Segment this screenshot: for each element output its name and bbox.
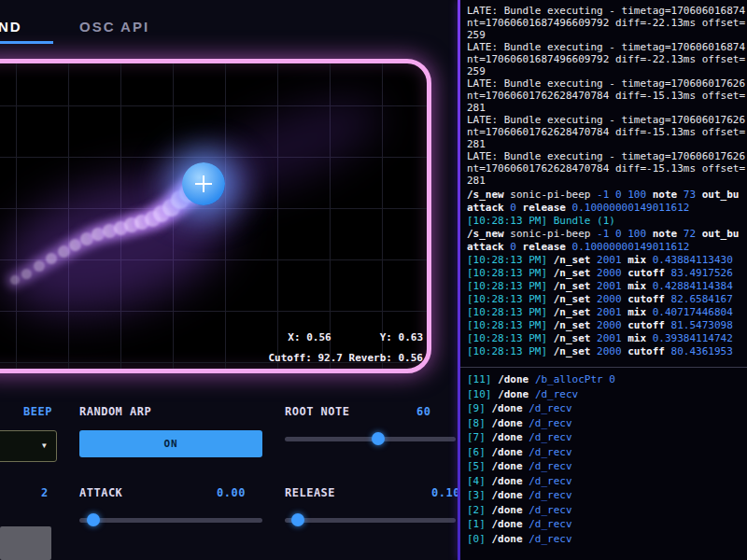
synth-dropdown[interactable]: ▾ [0, 430, 57, 462]
root-note-label: ROOT NOTE [285, 405, 350, 418]
log-line: [7] /done /d_recv [467, 430, 747, 445]
tab-sound[interactable]: ND [0, 19, 22, 35]
log-line: nt=17060601687496609792 diff=-22.13ms of… [467, 53, 747, 65]
log-section-divider [460, 367, 747, 368]
log-line: [3] /done /d_recv [467, 488, 747, 503]
release-slider[interactable] [285, 513, 456, 526]
attack-value: 0.00 [217, 486, 246, 499]
log-panel[interactable]: LATE: Bundle executing - timetag=1706060… [460, 0, 747, 560]
log-line: [10:28:13 PM] /n_set 2001 mix 0.40717446… [467, 306, 747, 319]
log-line: nt=17060601762628470784 diff=-15.13ms of… [467, 90, 747, 102]
slider-track[interactable] [285, 518, 456, 523]
log-line: [1] /done /d_recv [467, 517, 747, 532]
trail-blob [46, 253, 57, 264]
log-line: [11] /done /b_allocPtr 0 [467, 372, 747, 387]
trail-blob [21, 269, 32, 279]
slider-track[interactable] [285, 437, 456, 441]
synth-label: BEEP [23, 405, 52, 418]
pad-readout: X: 0.56 Y: 0.63 Cutoff: 92.7 Reverb: 0.5… [268, 331, 423, 364]
release-value: 0.10 [431, 486, 458, 499]
xy-grid [0, 63, 427, 369]
log-line: LATE: Bundle executing - timetag=1706060… [467, 150, 747, 162]
attack-slider[interactable] [79, 513, 262, 526]
pad-y-value: Y: 0.63 [380, 331, 423, 343]
trail-blob [10, 275, 20, 285]
random-arp-label: RANDOM ARP [79, 405, 151, 418]
tab-osc-api[interactable]: OSC API [79, 19, 149, 35]
log-line: [10:28:13 PM] /n_set 2000 cutoff 83.4917… [467, 267, 747, 280]
log-line: LATE: Bundle executing - timetag=1706060… [467, 41, 747, 53]
log-line: nt=17060601762628470784 diff=-15.13ms of… [467, 126, 747, 138]
chevron-down-icon: ▾ [41, 439, 48, 452]
log-line: 259 [467, 29, 747, 41]
log-line: [10] /done /d_recv [467, 387, 747, 402]
log-line: [2] /done /d_recv [467, 503, 747, 518]
log-line: [10:28:13 PM] /n_set 2001 mix 0.43884113… [467, 254, 747, 267]
slider-thumb[interactable] [87, 513, 100, 526]
root-note-slider[interactable] [285, 432, 456, 445]
log-line: [10:28:13 PM] /n_set 2000 cutoff 82.6584… [467, 293, 747, 306]
log-line: [10:28:13 PM] /n_set 2000 cutoff 81.5473… [467, 319, 747, 332]
log-line: LATE: Bundle executing - timetag=1706060… [467, 114, 747, 126]
slider-thumb[interactable] [291, 513, 304, 526]
log-line: /s_new sonic-pi-beep -1 0 100 note 72 ou… [467, 228, 747, 241]
log-line: LATE: Bundle executing - timetag=1706060… [467, 5, 747, 17]
log-line: [5] /done /d_recv [467, 459, 747, 474]
log-line: [10:28:13 PM] /n_set 2001 mix 0.39384114… [467, 332, 747, 345]
log-line: [9] /done /d_recv [467, 401, 747, 416]
log-line: 281 [467, 138, 747, 150]
log-late-section: LATE: Bundle executing - timetag=1706060… [467, 5, 747, 187]
log-done-section: [11] /done /b_allocPtr 0[10] /done /d_re… [467, 372, 747, 546]
pad-x-value: X: 0.56 [288, 331, 331, 343]
trail-blob [58, 245, 70, 258]
tab-active-underline [0, 41, 53, 44]
crosshair-icon [203, 175, 204, 192]
attack-label: ATTACK [79, 486, 122, 499]
release-label: RELEASE [285, 486, 335, 499]
slider-thumb[interactable] [372, 432, 385, 445]
left-cropped-value: 2 [41, 486, 49, 499]
log-line: [4] /done /d_recv [467, 474, 747, 489]
log-line: /s_new sonic-pi-beep -1 0 100 note 73 ou… [467, 189, 747, 202]
log-line: attack 0 release 0.10000000149011612 [467, 241, 747, 254]
log-line: nt=17060601687496609792 diff=-22.13ms of… [467, 17, 747, 29]
slider-track[interactable] [79, 518, 262, 523]
log-line: [10:28:13 PM] /n_set 2000 cutoff 80.4361… [467, 345, 747, 358]
log-line: attack 0 release 0.10000000149011612 [467, 202, 747, 215]
cropped-button[interactable] [0, 526, 51, 560]
trail-blob [34, 260, 45, 272]
pad-cutoff-reverb-value: Cutoff: 92.7 Reverb: 0.56 [268, 352, 423, 364]
log-line: [10:28:13 PM] Bundle (1) [467, 215, 747, 228]
log-line: 281 [467, 102, 747, 114]
log-line: [8] /done /d_recv [467, 416, 747, 431]
xy-pad[interactable]: X: 0.56 Y: 0.63 Cutoff: 92.7 Reverb: 0.5… [0, 59, 431, 373]
random-arp-on-button[interactable]: ON [79, 430, 262, 457]
log-line: [6] /done /d_recv [467, 445, 747, 460]
left-panel: ND OSC API X: 0.56 Y: 0.63 Cutoff: 92.7 … [0, 0, 458, 560]
log-line: 281 [467, 175, 747, 187]
log-line: 259 [467, 65, 747, 77]
log-line: nt=17060601762628470784 diff=-15.13ms of… [467, 162, 747, 175]
xy-cursor[interactable] [182, 162, 225, 205]
log-line: [0] /done /d_recv [467, 532, 747, 547]
root-note-value: 60 [416, 405, 430, 418]
log-line: LATE: Bundle executing - timetag=1706060… [467, 77, 747, 90]
log-osc-section: /s_new sonic-pi-beep -1 0 100 note 73 ou… [467, 189, 747, 358]
log-line: [10:28:13 PM] /n_set 2001 mix 0.42884114… [467, 280, 747, 293]
trail-blob [69, 239, 81, 251]
